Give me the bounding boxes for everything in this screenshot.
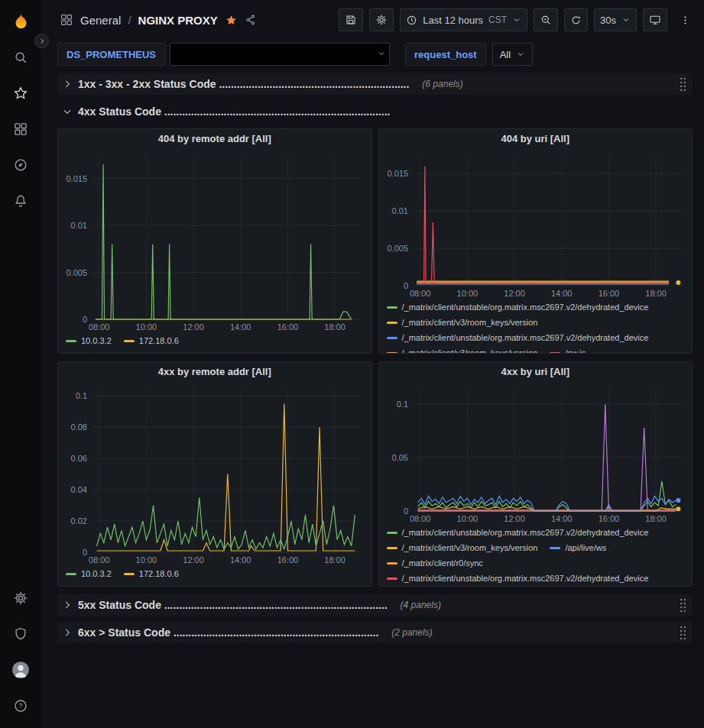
refresh-interval-picker[interactable]: 30s [594, 8, 637, 31]
star-filled-icon[interactable] [225, 14, 238, 27]
sidebar-item-server-admin[interactable] [0, 616, 41, 652]
chart-canvas[interactable]: 08:0010:0012:0014:0016:0018:0000.0050.01… [58, 149, 371, 333]
legend-item[interactable]: /_matrix/client/v3/room_keys/version [387, 542, 538, 554]
tv-icon [649, 14, 661, 26]
row-6xx-status-code[interactable]: 6xx > Status Code ......................… [57, 622, 693, 643]
legend-label: /_matrix/client/unstable/org.matrix.msc2… [402, 526, 649, 539]
refresh-button[interactable] [564, 8, 588, 31]
panel-legend: 10.0.3.2172.18.0.6 [58, 566, 371, 586]
legend-item[interactable]: /sw.js [550, 347, 586, 353]
legend-item[interactable]: 10.0.3.2 [66, 568, 112, 580]
svg-text:10:00: 10:00 [456, 289, 478, 298]
sidebar-expand-button[interactable] [34, 34, 49, 48]
legend-item[interactable]: 10.0.3.2 [66, 335, 112, 347]
legend-label: /_matrix/client/unstable/org.matrix.msc2… [402, 572, 649, 584]
main-area: General / NGINX PROXY [41, 0, 704, 728]
breadcrumb-title: NGINX PROXY [138, 14, 218, 27]
legend-swatch [124, 573, 135, 575]
sidebar-item-alerting[interactable] [0, 183, 41, 218]
panel-legend: 10.0.3.2172.18.0.6 [58, 333, 371, 353]
svg-text:0.015: 0.015 [387, 169, 408, 178]
sidebar-item-dashboards[interactable] [0, 111, 41, 147]
legend-label: /sw.js [565, 347, 586, 353]
series-line [417, 496, 676, 511]
chart-404-by-uri[interactable]: 08:0010:0012:0014:0016:0018:0000.0050.01… [379, 149, 693, 299]
sidebar-item-starred[interactable] [0, 75, 41, 111]
svg-text:0.01: 0.01 [391, 206, 407, 215]
legend-item[interactable]: /_matrix/client/r0/sync [387, 557, 483, 569]
svg-text:0: 0 [83, 548, 87, 557]
svg-text:0.01: 0.01 [71, 221, 87, 230]
sidebar-item-profile[interactable] [0, 652, 41, 688]
svg-text:18:00: 18:00 [324, 555, 346, 565]
series-line [96, 164, 352, 319]
legend-label: /_matrix/client/v3/room_keys/version [402, 316, 538, 328]
legend-item[interactable]: /_matrix/client/unstable/org.matrix.msc2… [387, 301, 649, 313]
series-end-dot [676, 280, 680, 285]
zoom-out-time-button[interactable] [534, 8, 558, 31]
legend-item[interactable]: 172.18.0.6 [124, 568, 179, 580]
chart-canvas[interactable]: 08:0010:0012:0014:0016:0018:0000.050.1 [379, 382, 693, 525]
apps-icon [60, 13, 73, 27]
legend-item[interactable]: /api/live/ws [550, 542, 606, 554]
breadcrumb-separator: / [128, 14, 131, 27]
breadcrumb: General / NGINX PROXY [60, 13, 257, 27]
clock-icon [406, 15, 417, 26]
time-range-picker[interactable]: Last 12 hours CST [400, 8, 527, 31]
sidebar-item-explore[interactable] [0, 147, 41, 183]
sidebar-item-help[interactable]: ? [0, 688, 41, 723]
chevron-right-icon [38, 37, 46, 45]
chart-404-by-remote-addr[interactable]: 08:0010:0012:0014:0016:0018:0000.0050.01… [58, 149, 371, 333]
dashboard-toolbar: Last 12 hours CST [339, 8, 696, 31]
legend-item[interactable]: /_matrix/client/v3/room_keys/version [387, 347, 538, 353]
legend-swatch [550, 547, 560, 549]
share-icon[interactable] [245, 14, 257, 26]
legend-label: 10.0.3.2 [81, 335, 112, 347]
panel-legend: /_matrix/client/unstable/org.matrix.msc2… [379, 299, 693, 353]
legend-item[interactable]: /_matrix/client/unstable/org.matrix.msc2… [387, 332, 649, 344]
kebab-icon [680, 15, 691, 26]
dashboard-settings-button[interactable] [369, 8, 394, 31]
row-1xx-3xx-2xx-status-code[interactable]: 1xx - 3xx - 2xx Status Code ............… [57, 73, 693, 95]
request-host-variable-label[interactable]: request_host [405, 43, 486, 66]
legend-item[interactable]: /_matrix/client/unstable/org.matrix.msc2… [387, 572, 649, 584]
row-5xx-status-code[interactable]: 5xx Status Code ........................… [57, 594, 693, 616]
chart-4xx-by-remote-addr[interactable]: 08:0010:0012:0014:0016:0018:0000.020.040… [58, 382, 371, 566]
request-host-select[interactable]: All [492, 43, 533, 66]
legend-item[interactable]: /_matrix/client/unstable/org.matrix.msc2… [387, 526, 649, 539]
svg-text:0: 0 [83, 315, 87, 324]
sidebar-item-configuration[interactable] [0, 580, 41, 616]
save-icon [345, 14, 357, 26]
legend-label: /_matrix/client/unstable/org.matrix.msc2… [402, 332, 649, 344]
row-drag-handle[interactable] [678, 597, 688, 613]
svg-text:0.02: 0.02 [71, 516, 87, 526]
grafana-logo[interactable] [0, 3, 41, 39]
legend-swatch [387, 352, 397, 354]
chevron-down-icon [62, 106, 73, 117]
kebab-menu-button[interactable] [673, 8, 696, 31]
chart-canvas[interactable]: 08:0010:0012:0014:0016:0018:0000.0050.01… [379, 149, 693, 299]
chart-canvas[interactable]: 08:0010:0012:0014:0016:0018:0000.020.040… [58, 382, 371, 566]
panel-title[interactable]: 4xx by uri [All] [379, 362, 693, 382]
row-4xx-status-code[interactable]: 4xx Status Code ........................… [57, 101, 693, 122]
panel-title[interactable]: 404 by remote addr [All] [58, 129, 371, 149]
tv-mode-button[interactable] [643, 8, 667, 31]
help-icon: ? [13, 698, 28, 713]
save-dashboard-button[interactable] [339, 8, 363, 31]
datasource-variable-label[interactable]: DS_PROMETHEUS [57, 43, 165, 66]
panel-title[interactable]: 4xx by remote addr [All] [58, 362, 371, 382]
legend-item[interactable]: /_matrix/client/v3/room_keys/version [387, 316, 538, 328]
svg-text:08:00: 08:00 [409, 289, 430, 298]
row-drag-handle[interactable] [678, 625, 688, 641]
panel-title[interactable]: 404 by uri [All] [379, 129, 693, 149]
datasource-value-select[interactable] [170, 43, 390, 66]
svg-text:0.005: 0.005 [387, 244, 408, 253]
svg-text:0.1: 0.1 [396, 400, 407, 409]
svg-text:0: 0 [403, 281, 407, 290]
svg-text:12:00: 12:00 [504, 289, 525, 298]
legend-item[interactable]: 172.18.0.6 [124, 335, 179, 347]
row-drag-handle[interactable] [678, 76, 688, 92]
shield-icon [13, 626, 28, 642]
breadcrumb-section[interactable]: General [80, 14, 121, 27]
chart-4xx-by-uri[interactable]: 08:0010:0012:0014:0016:0018:0000.050.1 [379, 382, 693, 525]
